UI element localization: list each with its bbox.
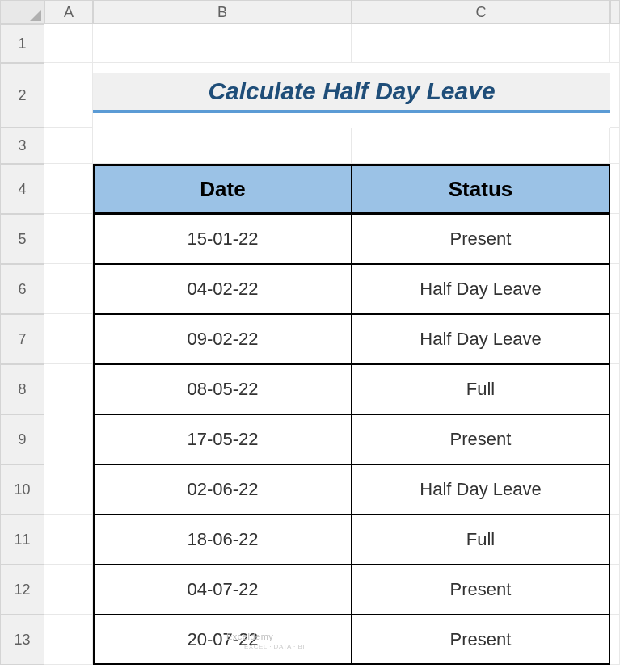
table-row[interactable]: Present [352, 615, 610, 665]
cell-c3[interactable] [352, 128, 610, 164]
table-row[interactable]: Full [352, 364, 610, 414]
row-header-7[interactable]: 7 [0, 314, 44, 364]
table-row[interactable]: 02-06-22 [93, 464, 352, 514]
table-row[interactable]: Half Day Leave [352, 264, 610, 314]
row-header-11[interactable]: 11 [0, 514, 44, 565]
cell-a5[interactable] [44, 214, 93, 264]
row-header-1[interactable]: 1 [0, 24, 44, 63]
table-row[interactable]: 15-01-22 [93, 214, 352, 264]
row-header-4[interactable]: 4 [0, 164, 44, 214]
cell-overflow-12 [610, 565, 620, 615]
cell-overflow-3 [610, 128, 620, 164]
table-header-status[interactable]: Status [352, 164, 610, 214]
row-header-13[interactable]: 13 [0, 615, 44, 665]
table-row[interactable]: Half Day Leave [352, 314, 610, 364]
table-row[interactable]: 17-05-22 [93, 414, 352, 464]
cell-a3[interactable] [44, 128, 93, 164]
row-header-5[interactable]: 5 [0, 214, 44, 264]
cell-a7[interactable] [44, 314, 93, 364]
cell-a6[interactable] [44, 264, 93, 314]
cell-a9[interactable] [44, 414, 93, 464]
cell-a2[interactable] [44, 63, 93, 128]
table-row[interactable]: Half Day Leave [352, 464, 610, 514]
select-all-corner[interactable] [0, 0, 44, 24]
cell-a11[interactable] [44, 514, 93, 565]
col-header-b[interactable]: B [93, 0, 352, 24]
table-row[interactable]: Full [352, 514, 610, 565]
cell-overflow-4 [610, 164, 620, 214]
table-row[interactable]: 18-06-22 [93, 514, 352, 565]
cell-b3[interactable] [93, 128, 352, 164]
cell-overflow-5 [610, 214, 620, 264]
row-header-8[interactable]: 8 [0, 364, 44, 414]
row-header-9[interactable]: 9 [0, 414, 44, 464]
cell-a1[interactable] [44, 24, 93, 63]
cell-overflow-9 [610, 414, 620, 464]
cell-overflow-13 [610, 615, 620, 665]
row-header-6[interactable]: 6 [0, 264, 44, 314]
table-row[interactable]: 09-02-22 [93, 314, 352, 364]
cell-c1[interactable] [352, 24, 610, 63]
table-row[interactable]: 20-07-22 [93, 615, 352, 665]
table-row[interactable]: Present [352, 214, 610, 264]
cell-a12[interactable] [44, 565, 93, 615]
cell-b1[interactable] [93, 24, 352, 63]
cell-a8[interactable] [44, 364, 93, 414]
table-row[interactable]: 08-05-22 [93, 364, 352, 414]
col-header-c[interactable]: C [352, 0, 610, 24]
cell-overflow-2 [610, 63, 620, 128]
cell-overflow-1 [610, 24, 620, 63]
cell-overflow-11 [610, 514, 620, 565]
table-header-date[interactable]: Date [93, 164, 352, 214]
row-header-3[interactable]: 3 [0, 128, 44, 164]
row-header-10[interactable]: 10 [0, 464, 44, 514]
cell-a13[interactable] [44, 615, 93, 665]
cell-overflow-6 [610, 264, 620, 314]
cell-a10[interactable] [44, 464, 93, 514]
table-row[interactable]: Present [352, 565, 610, 615]
cell-a4[interactable] [44, 164, 93, 214]
cell-overflow-8 [610, 364, 620, 414]
cell-overflow-7 [610, 314, 620, 364]
table-row[interactable]: 04-02-22 [93, 264, 352, 314]
table-row[interactable]: Present [352, 414, 610, 464]
col-header-overflow [610, 0, 620, 24]
row-header-12[interactable]: 12 [0, 565, 44, 615]
cell-overflow-10 [610, 464, 620, 514]
spreadsheet-grid: A B C 1 2 Calculate Half Day Leave 3 4 D… [0, 0, 620, 665]
table-row[interactable]: 04-07-22 [93, 565, 352, 615]
col-header-a[interactable]: A [44, 0, 93, 24]
row-header-2[interactable]: 2 [0, 63, 44, 128]
title-cell[interactable]: Calculate Half Day Leave [93, 73, 610, 113]
